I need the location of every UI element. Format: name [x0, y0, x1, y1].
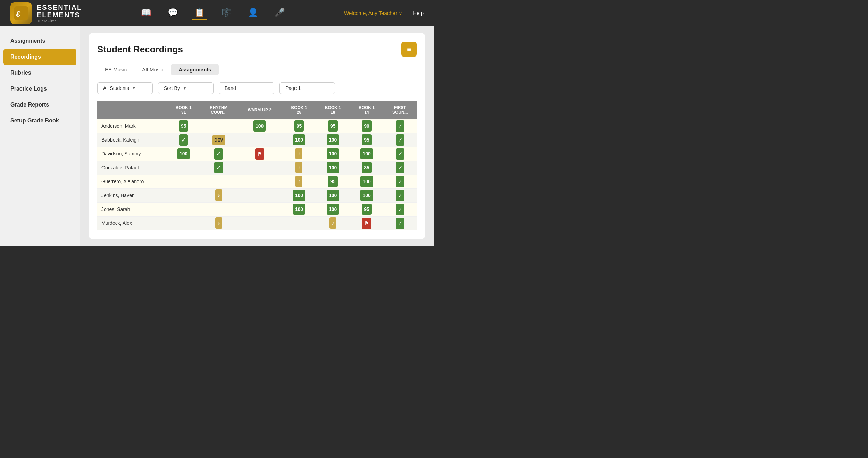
data-cell[interactable]: 100	[282, 188, 316, 202]
data-cell[interactable]	[237, 202, 282, 216]
data-cell[interactable]: ✓	[384, 133, 417, 147]
data-cell[interactable]: ⚑	[237, 147, 282, 161]
data-cell[interactable]: 85	[350, 161, 383, 175]
data-cell[interactable]: ♪	[282, 175, 316, 188]
data-cell[interactable]	[200, 202, 237, 216]
data-cell[interactable]	[237, 161, 282, 175]
data-cell[interactable]: ✓	[384, 175, 417, 188]
data-cell[interactable]: 100	[350, 188, 383, 202]
data-cell[interactable]: ♪	[200, 188, 237, 202]
data-cell[interactable]: ⚑	[350, 216, 383, 230]
header-nav: 📖 💬 📋 🎼 👤 🎤	[139, 6, 287, 20]
data-cell[interactable]: 95	[167, 119, 200, 133]
col-header-book1-28: BOOK 128	[282, 101, 316, 119]
data-cell[interactable]: ♪	[316, 216, 350, 230]
data-cell[interactable]: 100	[316, 147, 350, 161]
nav-mic[interactable]: 🎤	[273, 6, 287, 20]
welcome-button[interactable]: Welcome, Any Teacher ∨	[344, 10, 402, 16]
tab-assignments[interactable]: Assignments	[171, 64, 219, 75]
logo-text: ESSENTIAL ELEMENTS Interactive	[37, 3, 82, 23]
data-cell[interactable]	[237, 188, 282, 202]
data-cell[interactable]	[200, 175, 237, 188]
data-cell[interactable]	[167, 216, 200, 230]
table-row: Davidson, Sammy100✓⚑♪100100✓	[97, 147, 417, 161]
students-filter[interactable]: All Students ▼	[97, 82, 153, 94]
data-cell[interactable]	[167, 202, 200, 216]
data-cell[interactable]: 100	[237, 119, 282, 133]
nav-list[interactable]: 📋	[192, 6, 207, 20]
data-cell[interactable]: 100	[282, 133, 316, 147]
sortby-filter[interactable]: Sort By ▼	[158, 82, 214, 94]
student-name-cell[interactable]: Anderson, Mark	[97, 119, 167, 133]
band-filter[interactable]: Band	[219, 82, 274, 94]
data-cell[interactable]: 95	[316, 119, 350, 133]
data-cell[interactable]	[167, 161, 200, 175]
data-cell[interactable]	[167, 175, 200, 188]
data-cell[interactable]: ✓	[200, 147, 237, 161]
data-cell[interactable]: 100	[316, 133, 350, 147]
data-cell[interactable]: DEV	[200, 133, 237, 147]
nav-music[interactable]: 🎼	[219, 6, 234, 20]
student-name-cell[interactable]: Davidson, Sammy	[97, 147, 167, 161]
list-icon: 📋	[194, 8, 205, 17]
data-cell[interactable]: ✓	[200, 161, 237, 175]
table-row: Gonzalez, Rafael✓♪10085✓	[97, 161, 417, 175]
book-icon: 📖	[141, 8, 151, 17]
data-cell[interactable]: ✓	[384, 202, 417, 216]
data-cell[interactable]: 100	[316, 202, 350, 216]
data-cell[interactable]: 100	[316, 188, 350, 202]
data-cell[interactable]: ✓	[384, 216, 417, 230]
sidebar-item-setup-grade-book[interactable]: Setup Grade Book	[0, 113, 80, 129]
page-header: Student Recordings ≡	[97, 42, 417, 57]
sidebar-item-assignments[interactable]: Assignments	[0, 33, 80, 49]
nav-book[interactable]: 📖	[139, 6, 153, 20]
data-cell[interactable]: ♪	[200, 216, 237, 230]
data-cell[interactable]	[237, 216, 282, 230]
data-cell[interactable]	[167, 188, 200, 202]
data-cell[interactable]: 100	[350, 147, 383, 161]
data-cell[interactable]: ✓	[384, 119, 417, 133]
logo-icon: ε	[10, 2, 32, 24]
sidebar-item-recordings[interactable]: Recordings	[3, 49, 76, 65]
data-cell[interactable]: 100	[282, 202, 316, 216]
data-cell[interactable]: 100	[167, 147, 200, 161]
data-cell[interactable]: 100	[316, 161, 350, 175]
sidebar-item-rubrics[interactable]: Rubrics	[0, 65, 80, 81]
data-cell[interactable]: ✓	[384, 161, 417, 175]
data-cell[interactable]: 95	[350, 133, 383, 147]
help-button[interactable]: Help	[413, 10, 424, 16]
data-cell[interactable]: ♪	[282, 161, 316, 175]
data-cell[interactable]	[237, 133, 282, 147]
page-filter[interactable]: Page 1	[279, 82, 335, 94]
data-cell[interactable]: ✓	[384, 147, 417, 161]
data-cell[interactable]: 95	[282, 119, 316, 133]
mic-icon: 🎤	[275, 8, 285, 17]
data-cell[interactable]: 100	[350, 175, 383, 188]
student-name-cell[interactable]: Jones, Sarah	[97, 202, 167, 216]
svg-text:ε: ε	[16, 8, 21, 19]
data-cell[interactable]: 95	[350, 202, 383, 216]
student-name-cell[interactable]: Babbock, Kaleigh	[97, 133, 167, 147]
data-cell[interactable]: ✓	[167, 133, 200, 147]
tab-ee-music[interactable]: EE Music	[97, 64, 134, 75]
student-name-cell[interactable]: Gonzalez, Rafael	[97, 161, 167, 175]
data-cell[interactable]	[200, 119, 237, 133]
logo-line2: ELEMENTS	[37, 11, 82, 19]
table-row: Anderson, Mark95100959590✓	[97, 119, 417, 133]
data-cell[interactable]: ♪	[282, 147, 316, 161]
sidebar-item-practice-logs[interactable]: Practice Logs	[0, 81, 80, 97]
data-cell[interactable]: 90	[350, 119, 383, 133]
data-cell[interactable]: ✓	[384, 188, 417, 202]
nav-person[interactable]: 👤	[246, 6, 260, 20]
tab-all-music[interactable]: All-Music	[134, 64, 171, 75]
data-cell[interactable]	[237, 175, 282, 188]
student-name-cell[interactable]: Murdock, Alex	[97, 216, 167, 230]
student-name-cell[interactable]: Jenkins, Haven	[97, 188, 167, 202]
data-cell[interactable]	[282, 216, 316, 230]
student-name-cell[interactable]: Guerrero, Alejandro	[97, 175, 167, 188]
page-title: Student Recordings	[97, 44, 183, 55]
list-view-button[interactable]: ≡	[401, 42, 417, 57]
data-cell[interactable]: 95	[316, 175, 350, 188]
sidebar-item-grade-reports[interactable]: Grade Reports	[0, 97, 80, 113]
nav-chat[interactable]: 💬	[166, 6, 180, 20]
